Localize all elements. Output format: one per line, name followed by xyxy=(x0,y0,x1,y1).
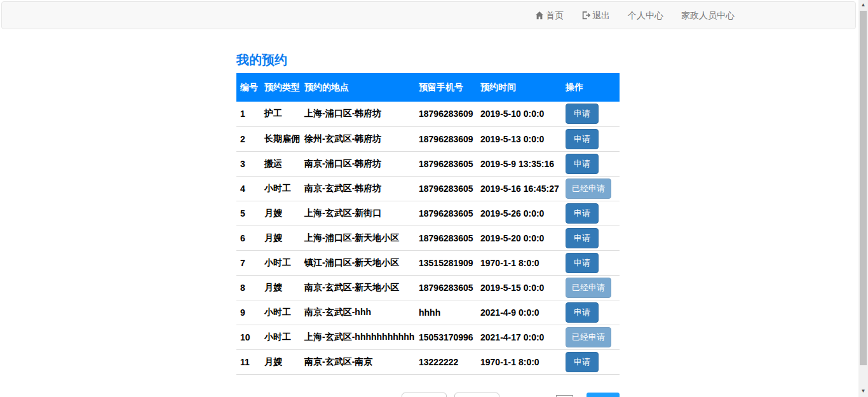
table-header: 编号 预约类型 预约的地点 预留手机号 预约时间 操作 xyxy=(236,73,620,102)
apply-button[interactable]: 申请 xyxy=(566,253,599,273)
row-id: 3 xyxy=(236,151,261,176)
table-row: 1护工上海-浦口区-韩府坊187962836092019-5-10 0:0:0申… xyxy=(236,102,620,126)
row-time: 2019-5-10 0:0:0 xyxy=(477,102,562,126)
row-location: 上海-玄武区-hhhhhhhhhhh xyxy=(301,325,415,349)
row-location: 上海-浦口区-韩府坊 xyxy=(301,102,415,126)
nav-item-logout[interactable]: 退出 xyxy=(573,1,619,29)
top-navbar: 首页 退出 个人中心 家政人员中心 xyxy=(1,1,856,29)
row-action-cell: 申请 xyxy=(562,349,620,374)
row-id: 7 xyxy=(236,250,261,275)
col-header-action: 操作 xyxy=(562,73,620,102)
apply-button[interactable]: 申请 xyxy=(566,352,599,372)
row-time: 1970-1-1 8:0:0 xyxy=(477,349,562,374)
row-location: 南京-玄武区-南京 xyxy=(301,349,415,374)
row-phone: 18796283605 xyxy=(415,176,477,201)
table-row: 4小时工南京-玄武区-韩府坊187962836052019-5-16 16:45… xyxy=(236,176,620,201)
nav-item-label: 退出 xyxy=(592,1,610,29)
col-header-phone: 预留手机号 xyxy=(415,73,477,102)
table-row: 9小时工南京-玄武区-hhhhhhh2021-4-9 0:0:0申请 xyxy=(236,300,620,325)
row-time: 2019-5-15 0:0:0 xyxy=(477,275,562,300)
row-action-cell: 已经申请 xyxy=(562,275,620,300)
row-time: 2019-5-9 13:35:16 xyxy=(477,151,562,176)
applied-button[interactable]: 已经申请 xyxy=(566,278,611,298)
row-type: 月嫂 xyxy=(261,275,301,300)
scroll-down-icon[interactable]: ▼ xyxy=(858,386,868,397)
row-type: 月嫂 xyxy=(261,349,301,374)
scrollbar[interactable]: ▲ ▼ xyxy=(858,0,868,397)
row-time: 2019-5-13 0:0:0 xyxy=(477,126,562,151)
row-type: 月嫂 xyxy=(261,225,301,250)
row-id: 10 xyxy=(236,325,261,349)
next-page-button[interactable]: 下一页 xyxy=(454,393,499,397)
row-phone: 13222222 xyxy=(415,349,477,374)
row-phone: hhhh xyxy=(415,300,477,325)
row-location: 南京-玄武区-hhh xyxy=(301,300,415,325)
row-type: 护工 xyxy=(261,102,301,126)
row-action-cell: 申请 xyxy=(562,250,620,275)
nav-item-label: 个人中心 xyxy=(628,1,663,29)
applied-button[interactable]: 已经申请 xyxy=(566,327,611,347)
row-location: 南京-浦口区-韩府坊 xyxy=(301,151,415,176)
apply-button[interactable]: 申请 xyxy=(566,302,599,323)
page-title: 我的预约 xyxy=(236,53,620,66)
table-row: 8月嫂南京-玄武区-新天地小区187962836052019-5-15 0:0:… xyxy=(236,275,620,300)
row-phone: 18796283609 xyxy=(415,126,477,151)
table-row: 2长期雇佣徐州-玄武区-韩府坊187962836092019-5-13 0:0:… xyxy=(236,126,620,151)
row-id: 8 xyxy=(236,275,261,300)
scroll-up-icon[interactable]: ▲ xyxy=(858,0,868,11)
apply-button[interactable]: 申请 xyxy=(566,203,599,224)
row-time: 2019-5-16 16:45:27 xyxy=(477,176,562,201)
row-type: 长期雇佣 xyxy=(261,126,301,151)
confirm-page-button[interactable]: 确定 xyxy=(587,393,620,397)
row-time: 1970-1-1 8:0:0 xyxy=(477,250,562,275)
table-row: 3搬运南京-浦口区-韩府坊187962836052019-5-9 13:35:1… xyxy=(236,151,620,176)
appointments-table: 编号 预约类型 预约的地点 预留手机号 预约时间 操作 1护工上海-浦口区-韩府… xyxy=(236,73,620,375)
col-header-location: 预约的地点 xyxy=(301,73,415,102)
pagination: 上一页 下一页 共0页 到第 页 确定 xyxy=(236,393,620,397)
row-phone: 13515281909 xyxy=(415,250,477,275)
applied-button[interactable]: 已经申请 xyxy=(566,178,611,199)
row-time: 2019-5-26 0:0:0 xyxy=(477,201,562,225)
apply-button[interactable]: 申请 xyxy=(566,154,599,174)
col-header-id: 编号 xyxy=(236,73,261,102)
row-phone: 15053170996 xyxy=(415,325,477,349)
row-id: 9 xyxy=(236,300,261,325)
home-icon xyxy=(535,11,544,20)
row-phone: 18796283605 xyxy=(415,151,477,176)
nav-item-home[interactable]: 首页 xyxy=(526,1,573,29)
row-type: 小时工 xyxy=(261,300,301,325)
col-header-time: 预约时间 xyxy=(477,73,562,102)
nav-item-profile[interactable]: 个人中心 xyxy=(619,1,672,29)
row-time: 2019-5-20 0:0:0 xyxy=(477,225,562,250)
table-row: 5月嫂上海-玄武区-新街口187962836052019-5-26 0:0:0申… xyxy=(236,201,620,225)
row-location: 南京-玄武区-新天地小区 xyxy=(301,275,415,300)
row-phone: 18796283609 xyxy=(415,102,477,126)
scrollbar-thumb[interactable] xyxy=(860,11,867,365)
apply-button[interactable]: 申请 xyxy=(566,228,599,248)
apply-button[interactable]: 申请 xyxy=(566,104,599,124)
row-phone: 18796283605 xyxy=(415,201,477,225)
row-location: 徐州-玄武区-韩府坊 xyxy=(301,126,415,151)
main-content: 我的预约 编号 预约类型 预约的地点 预留手机号 预约时间 操作 1护工上海-浦… xyxy=(236,53,620,397)
row-action-cell: 申请 xyxy=(562,151,620,176)
row-type: 搬运 xyxy=(261,151,301,176)
row-id: 1 xyxy=(236,102,261,126)
row-time: 2021-4-17 0:0:0 xyxy=(477,325,562,349)
row-action-cell: 申请 xyxy=(562,225,620,250)
nav-item-label: 家政人员中心 xyxy=(681,1,735,29)
prev-page-button[interactable]: 上一页 xyxy=(402,393,447,397)
row-action-cell: 申请 xyxy=(562,126,620,151)
row-type: 月嫂 xyxy=(261,201,301,225)
nav-item-housekeeping-center[interactable]: 家政人员中心 xyxy=(672,1,743,29)
row-action-cell: 已经申请 xyxy=(562,325,620,349)
row-action-cell: 申请 xyxy=(562,102,620,126)
row-time: 2021-4-9 0:0:0 xyxy=(477,300,562,325)
col-header-type: 预约类型 xyxy=(261,73,301,102)
row-location: 镇江-浦口区-新天地小区 xyxy=(301,250,415,275)
row-type: 小时工 xyxy=(261,250,301,275)
row-id: 6 xyxy=(236,225,261,250)
apply-button[interactable]: 申请 xyxy=(566,129,599,149)
row-location: 上海-浦口区-新天地小区 xyxy=(301,225,415,250)
logout-icon xyxy=(581,11,590,20)
table-row: 11月嫂南京-玄武区-南京132222221970-1-1 8:0:0申请 xyxy=(236,349,620,374)
